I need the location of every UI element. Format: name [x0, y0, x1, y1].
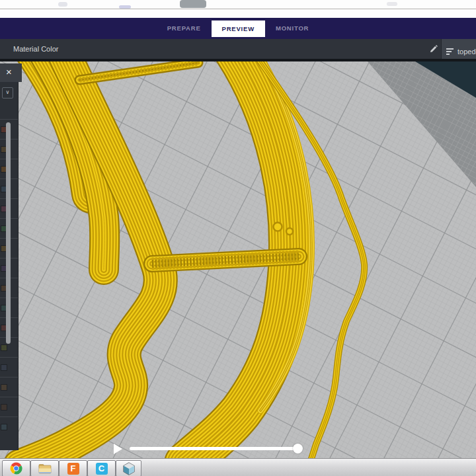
background-window-strip	[0, 0, 476, 18]
viewport-3d[interactable]	[0, 61, 476, 458]
tab-monitor[interactable]: MONITOR	[265, 18, 319, 39]
background-blob	[387, 2, 397, 6]
legend-row[interactable]	[0, 397, 18, 417]
close-icon[interactable]: ×	[6, 65, 12, 79]
tab-prepare[interactable]: PREPARE	[157, 18, 212, 39]
material-color-label: Material Color	[13, 39, 58, 59]
play-button[interactable]	[114, 444, 122, 454]
chevron-down-icon[interactable]: ∨	[2, 87, 13, 99]
taskbar-explorer-button[interactable]	[30, 460, 59, 476]
panel-scrollbar[interactable]	[6, 122, 11, 344]
legend-row[interactable]	[0, 377, 18, 397]
filter-bars-icon	[446, 47, 454, 56]
cura-icon: C	[96, 463, 108, 475]
stage-tab-bar: PREPARE PREVIEW MONITOR	[0, 18, 476, 39]
legend-row[interactable]	[0, 357, 18, 377]
tab-preview[interactable]: PREVIEW	[212, 20, 265, 37]
file-explorer-icon	[38, 462, 52, 475]
f-app-icon: F	[67, 463, 79, 475]
background-window-edge	[0, 9, 476, 9]
edit-pencil-icon[interactable]	[430, 45, 438, 53]
3d-builder-icon	[122, 462, 136, 475]
taskbar: F C	[0, 458, 476, 476]
taskbar-cura-button[interactable]: C	[87, 460, 116, 476]
legend-row[interactable]	[0, 416, 18, 437]
object-name: topedes	[457, 48, 476, 56]
background-blob	[58, 2, 67, 7]
layer-slider-track[interactable]	[130, 447, 301, 450]
taskbar-f-app-button[interactable]: F	[59, 460, 87, 476]
taskbar-chrome-button[interactable]	[2, 460, 30, 476]
view-options-bar: Material Color	[0, 39, 476, 59]
background-blob	[180, 0, 206, 8]
chrome-icon	[10, 462, 22, 475]
preview-legend-panel: ∨	[0, 82, 19, 450]
preview-panel-header: ×	[0, 63, 22, 82]
taskbar-3d-builder-button[interactable]	[116, 460, 141, 476]
